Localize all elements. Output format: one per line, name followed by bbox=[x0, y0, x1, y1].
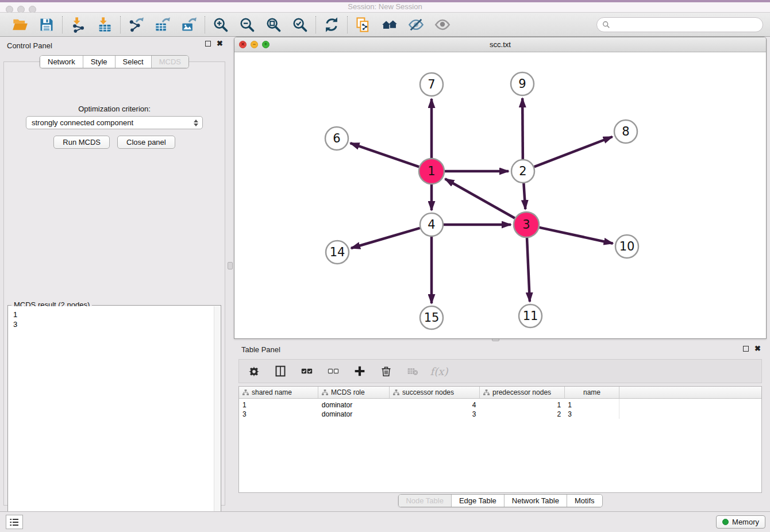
zoom-in-icon[interactable] bbox=[212, 16, 229, 33]
mcds-result-scrollbar[interactable] bbox=[214, 306, 220, 523]
add-column-icon[interactable] bbox=[353, 364, 367, 378]
table-panel: Table Panel ✖ f(x) sha bbox=[234, 342, 767, 511]
graph-node-3[interactable]: 3 bbox=[514, 212, 539, 237]
graph-edge-2-8[interactable] bbox=[534, 137, 613, 167]
run-mcds-button[interactable]: Run MCDS bbox=[53, 136, 110, 149]
graph-node-8[interactable]: 8 bbox=[614, 120, 637, 143]
search-icon bbox=[602, 21, 610, 29]
tab-network-table[interactable]: Network Table bbox=[504, 495, 567, 507]
graph-edge-2-9[interactable] bbox=[522, 98, 523, 159]
mcds-result-line: 3 bbox=[13, 319, 215, 329]
function-builder-icon[interactable]: f(x) bbox=[432, 364, 446, 378]
graph-node-14[interactable]: 14 bbox=[326, 241, 349, 264]
mcds-result-list[interactable]: 1 3 bbox=[9, 306, 220, 523]
graph-node-6[interactable]: 6 bbox=[325, 127, 348, 150]
tab-style[interactable]: Style bbox=[83, 56, 115, 68]
column-header-name[interactable]: name bbox=[565, 387, 619, 398]
column-header-mcds-role[interactable]: MCDS role bbox=[318, 387, 390, 398]
import-table-icon[interactable] bbox=[96, 16, 113, 33]
network-maximize-icon[interactable]: + bbox=[262, 41, 270, 48]
search-input[interactable] bbox=[613, 20, 757, 29]
graph-edge-4-14[interactable] bbox=[351, 228, 420, 248]
network-close-icon[interactable]: ✕ bbox=[239, 41, 247, 48]
main-toolbar bbox=[0, 13, 770, 37]
tab-edge-table[interactable]: Edge Table bbox=[451, 495, 504, 507]
export-image-icon[interactable] bbox=[180, 16, 198, 33]
graph-node-10[interactable]: 10 bbox=[615, 235, 638, 258]
splitter-grip-vertical[interactable] bbox=[228, 262, 233, 269]
split-panel-icon[interactable] bbox=[274, 364, 287, 378]
export-network-icon[interactable] bbox=[128, 16, 145, 33]
delete-table-icon[interactable] bbox=[406, 364, 419, 378]
graph-node-1[interactable]: 1 bbox=[419, 159, 444, 184]
close-panel-button[interactable]: Close panel bbox=[117, 136, 175, 149]
float-table-panel-icon[interactable] bbox=[743, 346, 749, 352]
select-all-columns-icon[interactable] bbox=[300, 364, 314, 378]
network-canvas[interactable]: 7968124314101511 bbox=[234, 52, 766, 338]
list-icon bbox=[9, 518, 20, 527]
network-minimize-icon[interactable]: − bbox=[251, 41, 258, 48]
export-table-icon[interactable] bbox=[154, 16, 171, 33]
mcds-result-box: MCDS result (2 nodes) 1 3 bbox=[7, 305, 221, 525]
svg-text:11: 11 bbox=[523, 309, 538, 323]
node-table[interactable]: shared name MCDS role successor nodes pr… bbox=[238, 386, 762, 493]
graph-edge-3-1[interactable] bbox=[445, 179, 515, 218]
save-session-icon[interactable] bbox=[38, 16, 55, 33]
chevron-up-down-icon bbox=[192, 118, 200, 128]
graph-node-2[interactable]: 2 bbox=[511, 160, 534, 183]
table-row[interactable]: 1 dominator 4 1 1 bbox=[239, 400, 619, 410]
svg-text:10: 10 bbox=[619, 240, 635, 253]
node-table-header: shared name MCDS role successor nodes pr… bbox=[239, 387, 761, 399]
tab-select[interactable]: Select bbox=[115, 56, 151, 68]
graph-edge-2-3[interactable] bbox=[523, 183, 525, 209]
tab-node-table[interactable]: Node Table bbox=[398, 495, 451, 507]
mcds-result-line: 1 bbox=[13, 310, 215, 319]
graph-node-15[interactable]: 15 bbox=[420, 306, 443, 329]
column-type-icon bbox=[483, 390, 490, 396]
apply-layout-icon[interactable] bbox=[323, 16, 340, 33]
column-header-predecessor-nodes[interactable]: predecessor nodes bbox=[480, 387, 565, 398]
show-all-icon[interactable] bbox=[434, 16, 451, 33]
close-panel-icon[interactable]: ✖ bbox=[217, 41, 223, 47]
network-window-titlebar[interactable]: ✕ − + scc.txt bbox=[234, 37, 766, 52]
column-header-successor-nodes[interactable]: successor nodes bbox=[390, 387, 480, 398]
status-bar: Memory bbox=[0, 511, 770, 532]
criterion-dropdown[interactable]: strongly connected component bbox=[26, 116, 203, 129]
graph-edge-3-10[interactable] bbox=[539, 228, 613, 244]
memory-label: Memory bbox=[732, 518, 759, 526]
tab-motifs[interactable]: Motifs bbox=[567, 495, 602, 507]
memory-button[interactable]: Memory bbox=[716, 515, 765, 529]
graph-node-11[interactable]: 11 bbox=[519, 304, 542, 327]
column-header-shared-name[interactable]: shared name bbox=[239, 387, 318, 398]
graph-node-7[interactable]: 7 bbox=[420, 73, 443, 96]
graph-edge-3-11[interactable] bbox=[527, 238, 530, 302]
graph-node-9[interactable]: 9 bbox=[511, 72, 534, 95]
zoom-out-icon[interactable] bbox=[238, 16, 256, 33]
search-field[interactable] bbox=[596, 17, 763, 32]
column-type-icon bbox=[242, 390, 249, 396]
zoom-selected-icon[interactable] bbox=[291, 16, 309, 33]
clone-network-icon[interactable] bbox=[355, 16, 372, 33]
column-type-icon bbox=[322, 390, 328, 396]
unselect-all-columns-icon[interactable] bbox=[326, 364, 340, 378]
tab-network[interactable]: Network bbox=[40, 56, 83, 68]
control-panel-tabs: Network Style Select MCDS bbox=[40, 55, 189, 68]
zoom-fit-icon[interactable] bbox=[265, 16, 282, 33]
network-graph[interactable]: 7968124314101511 bbox=[234, 52, 766, 339]
close-table-panel-icon[interactable]: ✖ bbox=[754, 346, 761, 352]
task-history-button[interactable] bbox=[6, 515, 23, 529]
svg-text:4: 4 bbox=[428, 218, 435, 232]
import-network-icon[interactable] bbox=[70, 16, 87, 33]
graph-node-4[interactable]: 4 bbox=[420, 213, 443, 236]
control-panel: Control Panel ✖ Optimization criterion: … bbox=[0, 37, 229, 511]
table-row[interactable]: 3 dominator 3 2 3 bbox=[239, 410, 619, 419]
float-panel-icon[interactable] bbox=[205, 41, 211, 47]
window-title: Session: New Session bbox=[0, 2, 770, 11]
hide-selected-icon[interactable] bbox=[407, 16, 425, 33]
graph-edge-1-6[interactable] bbox=[351, 143, 419, 167]
first-neighbors-icon[interactable] bbox=[381, 16, 398, 33]
tab-mcds[interactable]: MCDS bbox=[151, 56, 188, 68]
gear-icon[interactable] bbox=[247, 364, 261, 378]
delete-columns-icon[interactable] bbox=[379, 364, 393, 378]
open-session-icon[interactable] bbox=[11, 16, 29, 33]
